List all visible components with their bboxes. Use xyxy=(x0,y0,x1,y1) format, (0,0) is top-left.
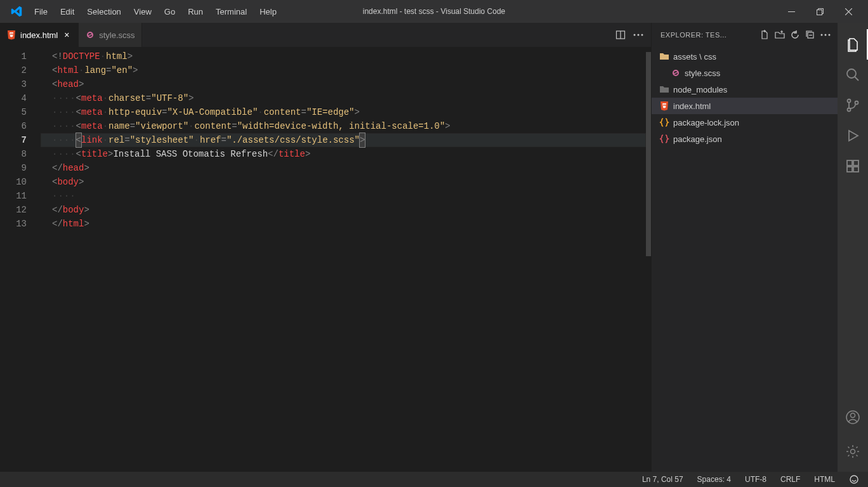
svg-point-24 xyxy=(851,413,855,418)
activity-run-debug-icon[interactable] xyxy=(838,120,868,151)
menu-selection[interactable]: Selection xyxy=(81,3,127,20)
code-area[interactable]: <!DOCTYPE·html><html·lang="en"><head>···… xyxy=(41,47,646,472)
status-bar: Ln 7, Col 57 Spaces: 4 UTF-8 CRLF HTML xyxy=(0,472,868,487)
activity-settings-icon[interactable] xyxy=(838,436,868,467)
new-file-icon[interactable] xyxy=(758,28,772,42)
line-numbers-gutter: 12345678910111213 xyxy=(0,47,41,472)
tab-label: index.html xyxy=(20,30,58,40)
tree-item-index-html[interactable]: index.html xyxy=(652,98,838,114)
svg-point-10 xyxy=(821,34,823,36)
collapse-all-icon[interactable] xyxy=(803,28,817,42)
editor-actions xyxy=(608,23,651,47)
close-button[interactable] xyxy=(834,0,863,23)
menu-run[interactable]: Run xyxy=(181,3,209,20)
activity-extensions-icon[interactable] xyxy=(838,151,868,181)
activity-accounts-icon[interactable] xyxy=(838,402,868,432)
status-encoding[interactable]: UTF-8 xyxy=(742,472,769,487)
code-line-12[interactable]: </body> xyxy=(41,203,646,217)
tree-item-node-modules[interactable]: node_modules xyxy=(652,81,838,98)
html-icon xyxy=(6,30,16,40)
editor-region: index.html×style.scss 12345678910111213 … xyxy=(0,23,651,472)
svg-point-26 xyxy=(850,476,858,483)
svg-rect-1 xyxy=(817,10,822,15)
json-icon xyxy=(659,117,669,127)
code-line-3[interactable]: <head> xyxy=(41,77,646,91)
tree-item-label: package-lock.json xyxy=(673,118,739,127)
code-line-4[interactable]: ····<meta·charset="UTF-8"> xyxy=(41,91,646,105)
svg-rect-0 xyxy=(788,11,795,12)
sass-icon xyxy=(85,30,95,40)
explorer-title: EXPLORER: TES... xyxy=(661,31,755,39)
code-line-10[interactable]: <body> xyxy=(41,175,646,189)
refresh-icon[interactable] xyxy=(788,28,802,42)
activity-search-icon[interactable] xyxy=(838,60,868,90)
tree-item-label: index.html xyxy=(673,101,711,111)
svg-rect-19 xyxy=(847,160,852,166)
json-red-icon xyxy=(659,134,669,144)
folder-icon xyxy=(659,51,669,62)
tree-item-label: package.json xyxy=(673,134,722,144)
code-line-5[interactable]: ····<meta·http-equiv="X-UA-Compatible"·c… xyxy=(41,105,646,119)
folder-gray-icon xyxy=(659,84,669,94)
svg-point-11 xyxy=(825,34,827,36)
code-line-11[interactable]: ···· xyxy=(41,189,646,203)
status-spaces[interactable]: Spaces: 4 xyxy=(695,472,733,487)
tab-style-scss[interactable]: style.scss xyxy=(79,23,141,47)
menu-help[interactable]: Help xyxy=(253,3,283,20)
activity-bar xyxy=(838,23,868,472)
more-icon[interactable] xyxy=(819,28,832,42)
svg-point-25 xyxy=(851,450,855,454)
svg-point-16 xyxy=(848,100,851,103)
tree-item-package-lock-json[interactable]: package-lock.json xyxy=(652,114,838,131)
menu-terminal[interactable]: Terminal xyxy=(209,3,253,20)
window-title: index.html - test scss - Visual Studio C… xyxy=(363,7,506,16)
svg-rect-20 xyxy=(847,167,852,172)
code-line-8[interactable]: ····<title>Install SASS Otomatis Refresh… xyxy=(41,147,646,161)
svg-rect-22 xyxy=(853,160,858,166)
tree-item-label: node_modules xyxy=(673,85,727,94)
status-feedback-icon[interactable] xyxy=(846,472,862,487)
maximize-button[interactable] xyxy=(806,0,834,23)
scrollbar[interactable] xyxy=(646,47,651,472)
svg-point-14 xyxy=(847,69,856,78)
explorer-header: EXPLORER: TES... xyxy=(652,23,838,47)
menu-view[interactable]: View xyxy=(128,3,158,20)
minimize-button[interactable] xyxy=(777,0,806,23)
status-language[interactable]: HTML xyxy=(812,472,838,487)
activity-source-control-icon[interactable] xyxy=(838,90,868,120)
menu-go[interactable]: Go xyxy=(158,3,181,20)
svg-point-17 xyxy=(848,108,851,112)
file-tree: assets \ cssstyle.scssnode_modulesindex.… xyxy=(652,47,838,472)
code-line-7[interactable]: ····<link·rel="stylesheet"·href="./asset… xyxy=(41,133,646,147)
window-controls xyxy=(777,0,863,23)
tab-index-html[interactable]: index.html× xyxy=(0,23,79,47)
code-line-2[interactable]: <html·lang="en"> xyxy=(41,63,646,77)
menu-edit[interactable]: Edit xyxy=(54,3,81,20)
html-icon xyxy=(659,101,669,111)
more-actions-icon[interactable] xyxy=(631,27,646,42)
sass-icon xyxy=(671,68,681,78)
activity-explorer-icon[interactable] xyxy=(838,29,868,60)
tree-item-package-json[interactable]: package.json xyxy=(652,131,838,147)
tab-bar: index.html×style.scss xyxy=(0,23,651,47)
new-folder-icon[interactable] xyxy=(773,28,787,42)
titlebar: FileEditSelectionViewGoRunTerminalHelp i… xyxy=(0,0,868,23)
code-line-9[interactable]: </head> xyxy=(41,161,646,175)
status-eol[interactable]: CRLF xyxy=(778,472,803,487)
vscode-logo-icon xyxy=(10,5,23,18)
menu-file[interactable]: File xyxy=(28,3,54,20)
svg-point-18 xyxy=(855,101,858,105)
close-icon[interactable]: × xyxy=(62,30,72,40)
svg-point-6 xyxy=(638,34,640,36)
status-position[interactable]: Ln 7, Col 57 xyxy=(640,472,686,487)
menubar: FileEditSelectionViewGoRunTerminalHelp xyxy=(28,3,283,20)
code-line-6[interactable]: ····<meta·name="viewport"·content="width… xyxy=(41,119,646,133)
split-editor-icon[interactable] xyxy=(613,27,628,42)
tree-item-label: assets \ css xyxy=(673,52,716,62)
code-line-1[interactable]: <!DOCTYPE·html> xyxy=(41,49,646,63)
code-line-13[interactable]: </html> xyxy=(41,217,646,231)
tree-item-assets-css[interactable]: assets \ css xyxy=(652,48,838,65)
svg-line-15 xyxy=(855,77,858,81)
tree-item-style-scss[interactable]: style.scss xyxy=(652,65,838,81)
editor-body[interactable]: 12345678910111213 <!DOCTYPE·html><html·l… xyxy=(0,47,651,472)
